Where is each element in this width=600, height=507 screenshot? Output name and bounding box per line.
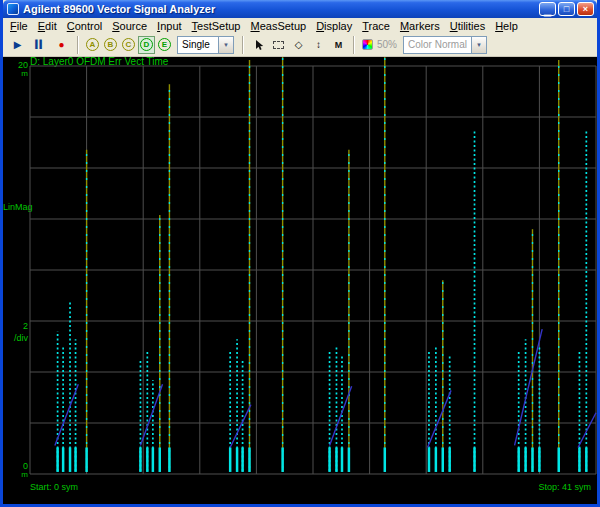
menu-item-testsetup[interactable]: TestSetup	[187, 19, 246, 33]
cursor-arrow-icon	[253, 39, 265, 51]
menu-item-trace[interactable]: Trace	[357, 19, 395, 33]
acquisition-mode-select[interactable]: Single ▼	[177, 36, 234, 54]
menu-item-control[interactable]: Control	[62, 19, 107, 33]
trace-d-circle-icon: D	[140, 38, 153, 51]
y-axis-top-unit: m	[3, 70, 28, 78]
toolbar: ▶ ▍▍ ● ABCDE Single ▼ ◇↕M 50% Color Norm…	[3, 33, 597, 57]
marker-to-peak-tool[interactable]: M	[329, 35, 348, 55]
trace-e-circle-icon: E	[158, 38, 171, 51]
marker-tool-group: ◇↕M	[249, 35, 348, 55]
title-bar[interactable]: Agilent 89600 Vector Signal Analyzer ▁ □…	[3, 0, 597, 18]
trace-b-circle-icon: B	[104, 38, 117, 51]
chevron-down-icon: ▼	[471, 37, 486, 53]
y-axis-label: LinMag	[3, 203, 28, 212]
menu-item-help[interactable]: Help	[490, 19, 523, 33]
menu-item-utilities[interactable]: Utilities	[445, 19, 490, 33]
color-palette-icon	[362, 39, 373, 50]
minimize-button[interactable]: ▁	[539, 2, 556, 16]
dashed-rect-icon	[273, 41, 284, 49]
close-button[interactable]: ×	[577, 2, 594, 16]
pause-button[interactable]: ▍▍	[29, 35, 50, 55]
menu-item-edit[interactable]: Edit	[33, 19, 62, 33]
diamond-icon: ◇	[295, 40, 303, 50]
color-mode-value: Color Normal	[404, 37, 471, 53]
trace-select-group: ABCDE	[84, 36, 173, 54]
menu-item-display[interactable]: Display	[311, 19, 357, 33]
zoom-level-label: 50%	[377, 39, 397, 50]
updown-arrow-icon: ↕	[316, 40, 321, 50]
play-icon: ▶	[14, 40, 22, 50]
menu-item-meassetup[interactable]: MeasSetup	[245, 19, 311, 33]
toolbar-separator	[242, 36, 244, 54]
y-axis-bottom-unit: m	[3, 471, 28, 479]
chevron-down-icon[interactable]: ▼	[218, 37, 233, 53]
trace-button-c[interactable]: C	[120, 36, 137, 54]
menu-item-markers[interactable]: Markers	[395, 19, 445, 33]
record-button[interactable]: ●	[51, 35, 72, 55]
band-marker-tool[interactable]: ↕	[309, 35, 328, 55]
toolbar-separator	[353, 36, 355, 54]
trace-button-e[interactable]: E	[156, 36, 173, 54]
trace-a-circle-icon: A	[86, 38, 99, 51]
chart-region: D: Layer0 OFDM Err Vect Time 20 m LinMag…	[3, 57, 597, 504]
select-arrow-tool[interactable]	[249, 35, 268, 55]
y-axis-div-label: /div	[3, 334, 28, 343]
x-axis-stop-label: Stop: 41 sym	[538, 483, 591, 492]
menu-bar: FileEditControlSourceInputTestSetupMeasS…	[3, 18, 597, 33]
restart-play-button[interactable]: ▶	[7, 35, 28, 55]
color-mode-select: Color Normal ▼	[403, 36, 487, 54]
pause-icon: ▍▍	[35, 40, 43, 49]
marker-diamond-tool[interactable]: ◇	[289, 35, 308, 55]
plot-area[interactable]	[30, 66, 596, 474]
zoom-box-tool[interactable]	[269, 35, 288, 55]
y-axis-div-value: 2	[3, 322, 28, 331]
maximize-button[interactable]: □	[558, 2, 575, 16]
menu-item-file[interactable]: File	[5, 19, 33, 33]
app-window: Agilent 89600 Vector Signal Analyzer ▁ □…	[0, 0, 600, 507]
app-icon	[7, 3, 19, 15]
menu-item-source[interactable]: Source	[107, 19, 152, 33]
acquisition-mode-value: Single	[178, 37, 218, 53]
trace-button-b[interactable]: B	[102, 36, 119, 54]
trace-c-circle-icon: C	[122, 38, 135, 51]
toolbar-separator	[77, 36, 79, 54]
window-title: Agilent 89600 Vector Signal Analyzer	[23, 3, 537, 15]
trace-button-d[interactable]: D	[138, 36, 155, 54]
menu-item-input[interactable]: Input	[152, 19, 186, 33]
record-icon: ●	[58, 39, 64, 50]
trace-button-a[interactable]: A	[84, 36, 101, 54]
x-axis-start-label: Start: 0 sym	[30, 483, 78, 492]
letter-m-icon: M	[335, 40, 343, 50]
